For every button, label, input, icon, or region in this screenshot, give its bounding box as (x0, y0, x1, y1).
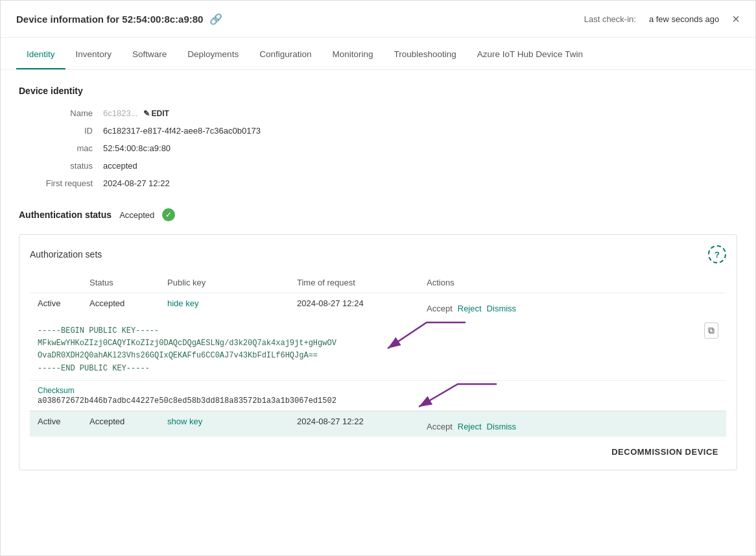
checksum-label: Checksum (38, 386, 718, 395)
decommission-row: DECOMMISSION DEVICE (30, 437, 726, 459)
row2-key-action: show key (159, 411, 289, 437)
auth-status-row: Authentication status Accepted ✓ (19, 208, 737, 221)
public-key-cell: -----BEGIN PUBLIC KEY-----MFkwEwYHKoZIzj… (30, 319, 419, 380)
last-checkin-label: Last check-in: (584, 14, 636, 24)
checksum-row: Checksum a038672672b446b7adbc44227e50c8e… (30, 380, 726, 411)
row2-time: 2024-08-27 12:22 (289, 411, 419, 437)
auth-row-2: Active Accepted show key 2024-08-27 12:2… (30, 411, 726, 437)
row2-accept-button[interactable]: Accept (427, 422, 453, 431)
tab-configuration[interactable]: Configuration (249, 40, 322, 69)
auth-sets-title: Authorization sets (30, 249, 102, 260)
row1-accept-button[interactable]: Accept (427, 304, 453, 313)
auth-sets-container: Authorization sets ? Status Public key T… (19, 234, 737, 470)
checksum-value: a038672672b446b7adbc44227e50c8ed58b3dd81… (38, 396, 718, 405)
row1-status: Accepted (82, 293, 159, 319)
public-key-text: -----BEGIN PUBLIC KEY-----MFkwEwYHKoZIzj… (38, 322, 411, 378)
row1-active: Active (30, 293, 82, 319)
decommission-button[interactable]: DECOMMISSION DEVICE (611, 447, 718, 457)
copy-key-button[interactable]: ⧉ (704, 322, 718, 339)
row2-reject-button[interactable]: Reject (458, 422, 482, 431)
row2-dismiss-button[interactable]: Dismiss (487, 422, 517, 431)
auth-row-1-key: -----BEGIN PUBLIC KEY-----MFkwEwYHKoZIzj… (30, 319, 726, 380)
auth-status-label: Authentication status (19, 210, 112, 220)
col-header-public-key: Public key (159, 272, 289, 293)
edit-name-button[interactable]: ✎ EDIT (143, 109, 169, 118)
tab-identity[interactable]: Identity (16, 40, 65, 69)
name-value: 6c1823... ✎ EDIT (103, 106, 737, 120)
name-text: 6c1823... (103, 108, 138, 118)
tab-iot-hub[interactable]: Azure IoT Hub Device Twin (467, 40, 593, 69)
id-label: ID (19, 124, 103, 138)
first-request-label: First request (19, 176, 103, 190)
last-checkin-value: a few seconds ago (649, 14, 719, 24)
copy-btn-cell: ⧉ (419, 319, 726, 380)
edit-label: EDIT (152, 109, 169, 118)
row1-reject-button[interactable]: Reject (458, 304, 482, 313)
id-value: 6c182317-e817-4f42-aee8-7c36ac0b0173 (103, 124, 737, 138)
col-header-active (30, 272, 82, 293)
identity-grid: Name 6c1823... ✎ EDIT ID 6c182317-e817-4… (19, 106, 737, 190)
first-request-value: 2024-08-27 12:22 (103, 176, 737, 190)
tab-troubleshooting[interactable]: Troubleshooting (383, 40, 466, 69)
close-button[interactable]: × (732, 12, 740, 25)
auth-sets-header: Authorization sets ? (30, 245, 726, 263)
row1-actions: Accept Reject Dismiss (419, 293, 726, 319)
row1-dismiss-button[interactable]: Dismiss (487, 304, 517, 313)
mac-label: mac (19, 141, 103, 155)
hide-key-button[interactable]: hide key (167, 298, 198, 308)
link-icon[interactable]: 🔗 (209, 13, 222, 25)
modal-title: Device information for 52:54:00:8c:a9:80… (16, 13, 222, 25)
row2-status: Accepted (82, 411, 159, 437)
show-key-button[interactable]: show key (167, 417, 202, 426)
col-header-status: Status (82, 272, 159, 293)
status-label: status (19, 159, 103, 173)
auth-sets-table: Status Public key Time of request Action… (30, 272, 726, 437)
tab-deployments[interactable]: Deployments (177, 40, 249, 69)
tab-software[interactable]: Software (122, 40, 177, 69)
tab-inventory[interactable]: Inventory (65, 40, 123, 69)
status-value: accepted (103, 159, 737, 173)
device-info-modal: Device information for 52:54:00:8c:a9:80… (0, 0, 756, 556)
help-button[interactable]: ? (708, 245, 726, 263)
auth-status-value: Accepted (119, 210, 154, 220)
col-header-actions: Actions (419, 272, 726, 293)
device-identity-title: Device identity (19, 86, 737, 96)
mac-value: 52:54:00:8c:a9:80 (103, 141, 737, 155)
row1-key-action: hide key (159, 293, 289, 319)
row1-time: 2024-08-27 12:24 (289, 293, 419, 319)
tabs-container: Identity Inventory Software Deployments … (1, 40, 755, 70)
tab-monitoring[interactable]: Monitoring (322, 40, 383, 69)
name-label: Name (19, 106, 103, 120)
row2-actions: Accept Reject Dismiss (419, 411, 726, 437)
accepted-check-icon: ✓ (162, 208, 175, 221)
modal-header: Device information for 52:54:00:8c:a9:80… (1, 1, 755, 38)
edit-icon: ✎ (143, 109, 150, 118)
auth-row-1: Active Accepted hide key 2024-08-27 12:2… (30, 293, 726, 319)
col-header-time: Time of request (289, 272, 419, 293)
checksum-cell: Checksum a038672672b446b7adbc44227e50c8e… (30, 380, 726, 411)
content-area: Device identity Name 6c1823... ✎ EDIT ID… (1, 70, 755, 486)
row2-active: Active (30, 411, 82, 437)
modal-title-text: Device information for 52:54:00:8c:a9:80 (16, 14, 203, 25)
modal-header-right: Last check-in: a few seconds ago × (584, 12, 740, 25)
